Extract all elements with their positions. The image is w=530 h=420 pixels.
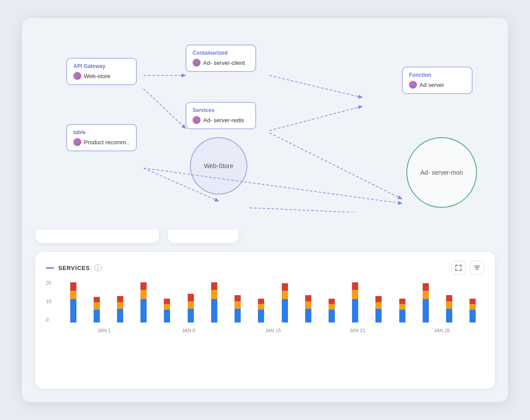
bar-segment-orange	[70, 291, 76, 299]
containerized-label: Containerized	[193, 50, 249, 56]
x-label: JAN 1	[62, 328, 146, 333]
bar-stack	[211, 282, 217, 322]
bar-cluster	[156, 299, 178, 322]
bar-segment-red	[164, 299, 170, 304]
diagram-canvas: API Gateway 🌐 Web-store table 🌐 Product …	[40, 31, 490, 212]
bar-segment-red	[140, 282, 147, 290]
chart-actions	[451, 261, 484, 275]
svg-line-3	[144, 168, 402, 203]
bar-segment-orange	[282, 291, 288, 299]
bar-stack	[352, 282, 358, 322]
x-axis: JAN 1JAN 8JAN 15JAN 21JAN 28	[62, 328, 484, 333]
circle-web-store-label: Web-Store	[204, 162, 234, 169]
bar-cluster	[344, 282, 367, 322]
bar-segment-orange	[469, 304, 476, 310]
bar-segment-red	[258, 299, 264, 304]
bar-stack	[399, 299, 405, 322]
bar-segment-blue	[352, 299, 358, 322]
svg-line-4	[269, 75, 362, 98]
bar-segment-orange	[446, 301, 452, 309]
bar-segment-blue	[164, 310, 170, 322]
containerized-icon: 🌐	[193, 59, 201, 67]
bar-stack	[469, 299, 476, 322]
bar-segment-blue	[94, 310, 100, 322]
bar-segment-blue	[375, 309, 382, 322]
bar-stack	[188, 294, 194, 322]
table-label: table	[73, 129, 130, 135]
bar-stack	[70, 282, 76, 322]
node-containerized[interactable]: Containerized 🌐 Ad- server-client	[186, 45, 256, 72]
bar-stack	[282, 283, 288, 322]
bars-group	[62, 280, 484, 322]
bar-cluster	[414, 283, 437, 322]
bar-segment-blue	[211, 299, 217, 322]
bar-segment-red	[282, 283, 288, 291]
chart-card: SERVICES i	[35, 252, 495, 389]
node-api-gateway[interactable]: API Gateway 🌐 Web-store	[66, 58, 137, 85]
bar-segment-orange	[94, 302, 100, 310]
node-function[interactable]: Function 🌐 Ad server	[402, 67, 473, 94]
bar-cluster	[109, 296, 131, 322]
node-services[interactable]: Services 🌐 Ad- server-redis	[186, 102, 256, 129]
expand-button[interactable]	[451, 261, 466, 275]
bar-stack	[305, 295, 311, 322]
node-table[interactable]: table 🌐 Product recomm..	[66, 124, 137, 151]
bar-cluster	[367, 296, 390, 322]
bar-segment-orange	[117, 302, 123, 309]
bar-cluster	[132, 282, 155, 322]
bar-stack	[329, 299, 335, 322]
bar-cluster	[85, 297, 108, 322]
bar-segment-red	[235, 295, 241, 301]
bar-cluster	[297, 295, 319, 322]
function-name: Ad server	[420, 82, 444, 88]
bar-segment-orange	[329, 304, 335, 310]
svg-line-7	[250, 208, 402, 212]
x-label: JAN 28	[400, 328, 484, 333]
api-gateway-name: Web-store	[84, 73, 110, 79]
bar-segment-orange	[375, 302, 382, 309]
bar-segment-red	[211, 282, 217, 290]
bar-segment-blue	[235, 309, 241, 322]
bar-segment-orange	[258, 304, 264, 310]
bar-cluster	[250, 299, 273, 322]
bar-segment-red	[399, 299, 405, 304]
function-icon: 🌐	[409, 81, 417, 89]
bar-cluster	[203, 282, 225, 322]
bar-cluster	[62, 282, 84, 322]
circle-web-store[interactable]: Web-Store	[190, 137, 247, 195]
bar-segment-red	[423, 283, 429, 291]
bar-stack	[164, 299, 170, 322]
bar-cluster	[227, 295, 249, 322]
circle-ad-server-mon[interactable]: Ad- server-mon	[406, 137, 477, 208]
services-icon: 🌐	[193, 116, 201, 124]
bar-stack	[94, 297, 100, 322]
chart-title: SERVICES	[58, 265, 90, 271]
bar-segment-orange	[352, 290, 358, 299]
services-name: Ad- server-redis	[203, 117, 244, 124]
bar-segment-blue	[117, 309, 123, 322]
bar-segment-blue	[446, 309, 452, 322]
bar-stack	[258, 299, 264, 322]
bar-segment-orange	[164, 304, 170, 310]
bar-cluster	[273, 283, 296, 322]
y-label-0: 0	[46, 317, 51, 322]
circle-ad-server-mon-label: Ad- server-mon	[420, 169, 463, 176]
x-label: JAN 15	[231, 328, 315, 333]
bar-segment-blue	[399, 310, 405, 322]
bar-stack	[375, 296, 382, 322]
bar-stack	[140, 282, 147, 322]
bar-segment-blue	[329, 310, 335, 322]
bar-chart: 0 10 20 JAN 1JAN 8JAN 15JAN 21JAN 28	[46, 280, 484, 333]
bar-segment-blue	[305, 309, 311, 322]
filter-button[interactable]	[470, 261, 484, 275]
bar-cluster	[462, 299, 484, 322]
bar-segment-orange	[188, 301, 194, 309]
bar-segment-blue	[258, 310, 264, 322]
bar-cluster	[438, 295, 461, 322]
svg-line-1	[144, 89, 186, 128]
bar-segment-red	[188, 294, 194, 301]
chart-info-icon[interactable]: i	[95, 264, 102, 271]
y-label-20: 20	[46, 280, 51, 285]
api-gateway-label: API Gateway	[73, 63, 130, 69]
bar-stack	[446, 295, 452, 322]
